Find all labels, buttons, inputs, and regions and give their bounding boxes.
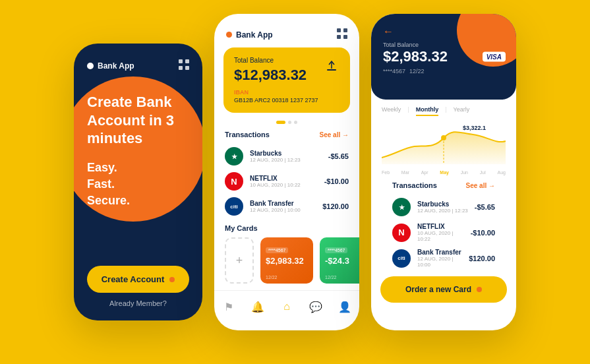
- order-btn-dot: [477, 287, 482, 292]
- logo-dot: [87, 63, 94, 69]
- svg-rect-3: [185, 66, 189, 70]
- phone2-logo: Bank App: [226, 30, 273, 40]
- card-balance-2: -$24.3: [325, 256, 359, 266]
- p3-starbucks-icon: ★: [392, 198, 411, 216]
- phone-1: Bank App Create Bank Account in 3 minute…: [74, 44, 202, 320]
- tx-netflix-date: 10 AUG, 2020 | 10:22: [250, 182, 318, 188]
- p3-tx-starbucks-info: Starbucks 12 AUG, 2020 | 12:23: [417, 200, 468, 214]
- phone1-content: Create Bank Account in 3 minutes Easy.Fa…: [74, 80, 202, 209]
- transactions-title: Transactions: [225, 131, 270, 138]
- label-feb: Feb: [382, 170, 390, 175]
- order-card-button[interactable]: Order a new Card: [380, 276, 507, 303]
- tab-monthly[interactable]: Monthly: [416, 106, 439, 116]
- create-account-button[interactable]: Create Account: [87, 266, 189, 293]
- my-cards-section: My Cards + ****4567 $2,983.32 12/22 ****…: [214, 219, 359, 284]
- card-green[interactable]: ****4567 -$24.3 12/22: [320, 237, 359, 284]
- dot-2: [288, 121, 291, 124]
- phone3-card-expiry: 12/22: [409, 68, 425, 75]
- tx-netflix-info: NETFLIX 10 AUG, 2020 | 10:22: [250, 175, 318, 188]
- dot-1: [276, 121, 285, 124]
- label-jul: Jul: [480, 170, 486, 175]
- transaction-starbucks: ★ Starbucks 12 AUG, 2020 | 12:23 -$5.65: [214, 144, 359, 169]
- card-number-2: ****4567: [325, 247, 347, 253]
- phone2-grid-icon[interactable]: [337, 28, 347, 41]
- nav-flag[interactable]: ⚑: [220, 297, 238, 316]
- tab-weekly[interactable]: Weekly: [382, 106, 401, 116]
- tx-bank-amount: $120.00: [322, 202, 349, 210]
- p3-tx-bank-date: 12 AUG, 2020 | 10:00: [417, 256, 462, 268]
- cards-row: + ****4567 $2,983.32 12/22 ****4567 -$24…: [214, 237, 359, 284]
- citi-icon: citi: [225, 197, 243, 216]
- p3-tx-starbucks-amount: -$5.65: [475, 203, 495, 211]
- phone1-logo: Bank App: [87, 61, 134, 71]
- p3-tx-netflix-info: NETFLIX 10 AUG, 2020 | 10:22: [417, 223, 464, 242]
- svg-rect-2: [179, 66, 183, 70]
- nav-bell[interactable]: 🔔: [249, 297, 267, 316]
- grid-icon[interactable]: [179, 59, 189, 72]
- p3-transaction-starbucks: ★ Starbucks 12 AUG, 2020 | 12:23 -$5.65: [382, 195, 506, 220]
- tx-starbucks-name: Starbucks: [250, 150, 322, 157]
- chart-svg: [382, 121, 506, 164]
- card-indicator-dots: [214, 121, 359, 124]
- bottom-nav: ⚑ 🔔 ⌂ 💬 👤: [214, 290, 359, 321]
- phone3-tx-title: Transactions: [392, 181, 437, 189]
- already-member-text[interactable]: Already Member?: [87, 299, 189, 307]
- p3-tx-netflix-amount: -$10.00: [471, 229, 495, 237]
- phone3-see-all[interactable]: See all →: [466, 182, 495, 189]
- card-expiry-1: 12/22: [266, 275, 278, 280]
- starbucks-icon: ★: [225, 147, 243, 166]
- phone3-card-number: ****4567: [383, 68, 405, 75]
- phone3-tx-header: Transactions See all →: [382, 181, 506, 195]
- phone1-tagline: Easy.Fast.Secure.: [87, 160, 189, 210]
- tx-bank-info: Bank Transfer 12 AUG, 2020 | 10:00: [250, 200, 316, 213]
- chart-section: Weekly | Monthly | Yearly $3,322.1: [371, 100, 516, 181]
- tx-netflix-amount: -$10.00: [324, 177, 349, 185]
- chart-tabs: Weekly | Monthly | Yearly: [382, 106, 506, 116]
- p3-tx-netflix-name: NETFLIX: [417, 223, 464, 230]
- p3-tx-starbucks-name: Starbucks: [417, 200, 468, 208]
- back-button[interactable]: ←: [383, 26, 504, 38]
- tx-starbucks-amount: -$5.65: [328, 152, 349, 160]
- p3-netflix-icon: N: [392, 224, 411, 242]
- phone1-header: Bank App: [74, 44, 202, 80]
- phone3-card-info: ****4567 12/22: [383, 68, 504, 75]
- my-cards-header: My Cards: [214, 224, 359, 237]
- phone2-header: Bank App: [214, 14, 359, 47]
- chart-area: $3,322.1: [382, 121, 506, 167]
- order-card-label: Order a new Card: [405, 285, 471, 294]
- tx-netflix-name: NETFLIX: [250, 175, 318, 182]
- see-all-link[interactable]: See all →: [320, 131, 349, 138]
- tab-yearly[interactable]: Yearly: [454, 106, 470, 116]
- add-card-button[interactable]: +: [225, 237, 254, 284]
- card-balance-1: $2,983.32: [266, 256, 308, 266]
- nav-home[interactable]: ⌂: [278, 297, 296, 316]
- label-may: May: [440, 170, 449, 175]
- netflix-icon: N: [225, 172, 243, 191]
- tx-bank-name: Bank Transfer: [250, 200, 316, 207]
- phone1-headline: Create Bank Account in 3 minutes: [87, 93, 189, 148]
- phone3-transactions: Transactions See all → ★ Starbucks 12 AU…: [371, 181, 516, 271]
- balance-card: Total Balance $12,983.32 IBAN GB12B ARC2…: [223, 47, 350, 113]
- iban-label: IBAN: [234, 89, 339, 96]
- dot-3: [294, 121, 297, 124]
- phone1-bottom: Create Account Already Member?: [74, 266, 202, 320]
- label-jun: Jun: [461, 170, 468, 175]
- upload-icon[interactable]: [322, 57, 341, 75]
- nav-user[interactable]: 👤: [336, 297, 354, 316]
- tx-starbucks-date: 12 AUG, 2020 | 12:23: [250, 157, 322, 163]
- phone-3: ← Total Balance $2,983.32 ****4567 12/22…: [371, 14, 516, 330]
- label-aug: Aug: [498, 170, 506, 175]
- label-mar: Mar: [401, 170, 409, 175]
- phone3-balance-label: Total Balance: [383, 42, 504, 48]
- svg-rect-5: [343, 28, 347, 32]
- p3-tx-bank-info: Bank Transfer 12 AUG, 2020 | 10:00: [417, 249, 462, 268]
- chart-value-label: $3,322.1: [463, 125, 486, 131]
- label-apr: Apr: [421, 170, 428, 175]
- tx-starbucks-info: Starbucks 12 AUG, 2020 | 12:23: [250, 150, 322, 163]
- svg-rect-9: [327, 69, 336, 71]
- nav-chat[interactable]: 💬: [307, 297, 325, 316]
- iban-number: GB12B ARC2 00318 1237 2737: [234, 97, 339, 104]
- card-orange[interactable]: ****4567 $2,983.32 12/22: [260, 237, 313, 284]
- transaction-netflix: N NETFLIX 10 AUG, 2020 | 10:22 -$10.00: [214, 169, 359, 194]
- create-account-label: Create Account: [102, 274, 165, 284]
